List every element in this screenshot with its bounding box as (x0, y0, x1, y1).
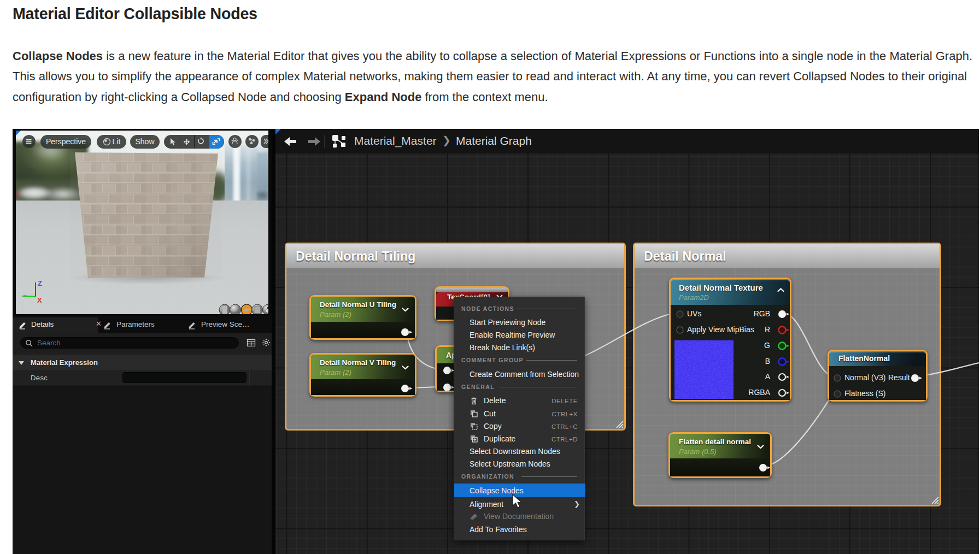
svg-text:X: X (37, 296, 42, 304)
svg-text:Z: Z (38, 279, 42, 287)
